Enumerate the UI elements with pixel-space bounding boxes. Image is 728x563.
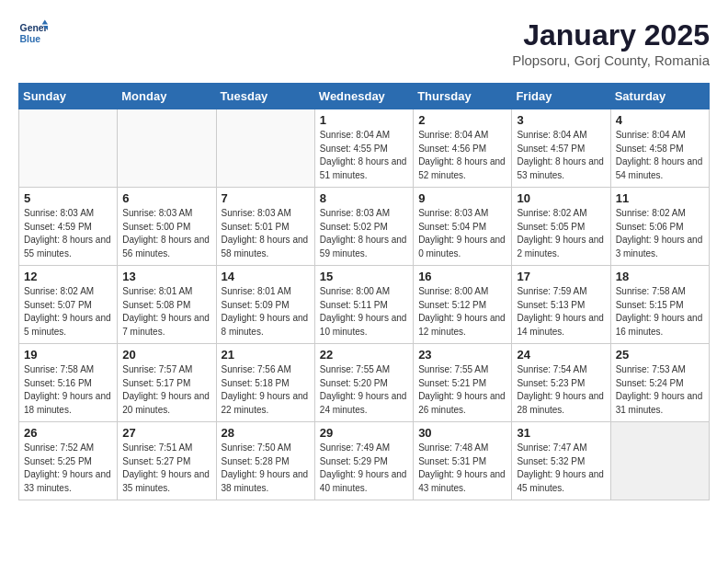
title-block: January 2025 Plopsoru, Gorj County, Roma…: [512, 18, 710, 68]
day-info: Sunrise: 8:02 AM Sunset: 5:05 PM Dayligh…: [517, 207, 605, 260]
day-info: Sunrise: 7:52 AM Sunset: 5:25 PM Dayligh…: [24, 442, 112, 495]
day-info: Sunrise: 7:58 AM Sunset: 5:15 PM Dayligh…: [616, 285, 704, 339]
day-number: 7: [222, 191, 310, 205]
calendar-day-cell: [118, 109, 216, 188]
calendar-day-cell: 10Sunrise: 8:02 AM Sunset: 5:05 PM Dayli…: [512, 188, 610, 266]
day-info: Sunrise: 8:04 AM Sunset: 4:56 PM Dayligh…: [418, 129, 506, 182]
logo: General Blue: [18, 18, 48, 48]
day-info: Sunrise: 8:03 AM Sunset: 5:04 PM Dayligh…: [418, 207, 506, 260]
weekday-header-cell: Monday: [118, 84, 216, 109]
calendar-day-cell: 26Sunrise: 7:52 AM Sunset: 5:25 PM Dayli…: [19, 422, 118, 500]
svg-text:Blue: Blue: [20, 34, 41, 44]
weekday-header-cell: Friday: [512, 84, 610, 109]
day-number: 2: [418, 113, 506, 127]
day-number: 14: [222, 270, 310, 283]
day-number: 5: [24, 191, 112, 205]
calendar-day-cell: 11Sunrise: 8:02 AM Sunset: 5:06 PM Dayli…: [610, 188, 709, 266]
calendar-day-cell: 5Sunrise: 8:03 AM Sunset: 4:59 PM Daylig…: [19, 188, 118, 266]
calendar-day-cell: 23Sunrise: 7:55 AM Sunset: 5:21 PM Dayli…: [414, 344, 512, 422]
calendar-day-cell: 31Sunrise: 7:47 AM Sunset: 5:32 PM Dayli…: [512, 422, 610, 500]
calendar-day-cell: 1Sunrise: 8:04 AM Sunset: 4:55 PM Daylig…: [314, 109, 413, 188]
weekday-header-cell: Sunday: [19, 84, 118, 109]
calendar-day-cell: [19, 109, 118, 188]
day-info: Sunrise: 7:56 AM Sunset: 5:18 PM Dayligh…: [222, 363, 310, 417]
calendar-table: SundayMondayTuesdayWednesdayThursdayFrid…: [18, 83, 710, 500]
calendar-day-cell: 18Sunrise: 7:58 AM Sunset: 5:15 PM Dayli…: [610, 266, 709, 344]
calendar-day-cell: 4Sunrise: 8:04 AM Sunset: 4:58 PM Daylig…: [610, 109, 709, 188]
weekday-header-row: SundayMondayTuesdayWednesdayThursdayFrid…: [19, 84, 710, 109]
calendar-day-cell: 6Sunrise: 8:03 AM Sunset: 5:00 PM Daylig…: [118, 188, 216, 266]
day-number: 13: [122, 270, 210, 283]
day-number: 11: [616, 191, 704, 205]
weekday-header-cell: Saturday: [610, 84, 709, 109]
svg-text:General: General: [20, 23, 48, 33]
calendar-day-cell: 28Sunrise: 7:50 AM Sunset: 5:28 PM Dayli…: [216, 422, 314, 500]
day-info: Sunrise: 8:03 AM Sunset: 5:01 PM Dayligh…: [222, 207, 310, 260]
calendar-day-cell: 12Sunrise: 8:02 AM Sunset: 5:07 PM Dayli…: [19, 266, 118, 344]
day-number: 15: [320, 270, 408, 283]
day-number: 9: [418, 191, 506, 205]
day-info: Sunrise: 7:57 AM Sunset: 5:17 PM Dayligh…: [122, 363, 210, 417]
day-info: Sunrise: 7:49 AM Sunset: 5:29 PM Dayligh…: [320, 442, 408, 495]
calendar-day-cell: 29Sunrise: 7:49 AM Sunset: 5:29 PM Dayli…: [314, 422, 413, 500]
day-number: 1: [320, 113, 408, 127]
day-number: 6: [122, 191, 210, 205]
day-info: Sunrise: 8:04 AM Sunset: 4:55 PM Dayligh…: [320, 129, 408, 182]
day-number: 23: [418, 348, 506, 362]
day-number: 25: [616, 348, 704, 362]
calendar-day-cell: [610, 422, 709, 500]
day-info: Sunrise: 8:00 AM Sunset: 5:12 PM Dayligh…: [418, 285, 506, 339]
day-info: Sunrise: 8:01 AM Sunset: 5:08 PM Dayligh…: [122, 285, 210, 339]
calendar-day-cell: 2Sunrise: 8:04 AM Sunset: 4:56 PM Daylig…: [414, 109, 512, 188]
day-number: 30: [418, 426, 506, 440]
day-info: Sunrise: 7:47 AM Sunset: 5:32 PM Dayligh…: [517, 442, 605, 495]
calendar-day-cell: 13Sunrise: 8:01 AM Sunset: 5:08 PM Dayli…: [118, 266, 216, 344]
day-number: 29: [320, 426, 408, 440]
day-number: 17: [517, 270, 605, 283]
calendar-day-cell: [216, 109, 314, 188]
day-number: 8: [320, 191, 408, 205]
day-number: 27: [122, 426, 210, 440]
day-number: 19: [24, 348, 112, 362]
calendar-body: 1Sunrise: 8:04 AM Sunset: 4:55 PM Daylig…: [19, 109, 710, 500]
day-number: 16: [418, 270, 506, 283]
day-number: 12: [24, 270, 112, 283]
svg-marker-2: [42, 20, 48, 25]
day-number: 31: [517, 426, 605, 440]
calendar-day-cell: 25Sunrise: 7:53 AM Sunset: 5:24 PM Dayli…: [610, 344, 709, 422]
calendar-day-cell: 22Sunrise: 7:55 AM Sunset: 5:20 PM Dayli…: [314, 344, 413, 422]
day-info: Sunrise: 8:00 AM Sunset: 5:11 PM Dayligh…: [320, 285, 408, 339]
day-info: Sunrise: 8:03 AM Sunset: 4:59 PM Dayligh…: [24, 207, 112, 260]
day-info: Sunrise: 7:59 AM Sunset: 5:13 PM Dayligh…: [517, 285, 605, 339]
day-info: Sunrise: 8:02 AM Sunset: 5:06 PM Dayligh…: [616, 207, 704, 260]
day-info: Sunrise: 7:54 AM Sunset: 5:23 PM Dayligh…: [517, 363, 605, 417]
day-info: Sunrise: 8:03 AM Sunset: 5:00 PM Dayligh…: [122, 207, 210, 260]
calendar-week-row: 1Sunrise: 8:04 AM Sunset: 4:55 PM Daylig…: [19, 109, 710, 188]
day-info: Sunrise: 7:55 AM Sunset: 5:21 PM Dayligh…: [418, 363, 506, 417]
day-number: 24: [517, 348, 605, 362]
day-number: 20: [122, 348, 210, 362]
day-number: 3: [517, 113, 605, 127]
calendar-day-cell: 24Sunrise: 7:54 AM Sunset: 5:23 PM Dayli…: [512, 344, 610, 422]
calendar-day-cell: 16Sunrise: 8:00 AM Sunset: 5:12 PM Dayli…: [414, 266, 512, 344]
calendar-day-cell: 19Sunrise: 7:58 AM Sunset: 5:16 PM Dayli…: [19, 344, 118, 422]
calendar-day-cell: 14Sunrise: 8:01 AM Sunset: 5:09 PM Dayli…: [216, 266, 314, 344]
day-info: Sunrise: 8:03 AM Sunset: 5:02 PM Dayligh…: [320, 207, 408, 260]
day-info: Sunrise: 8:04 AM Sunset: 4:57 PM Dayligh…: [517, 129, 605, 182]
day-number: 4: [616, 113, 704, 127]
weekday-header-cell: Thursday: [414, 84, 512, 109]
day-number: 21: [222, 348, 310, 362]
calendar-day-cell: 27Sunrise: 7:51 AM Sunset: 5:27 PM Dayli…: [118, 422, 216, 500]
calendar-week-row: 26Sunrise: 7:52 AM Sunset: 5:25 PM Dayli…: [19, 422, 710, 500]
calendar-day-cell: 20Sunrise: 7:57 AM Sunset: 5:17 PM Dayli…: [118, 344, 216, 422]
calendar-day-cell: 21Sunrise: 7:56 AM Sunset: 5:18 PM Dayli…: [216, 344, 314, 422]
day-info: Sunrise: 7:48 AM Sunset: 5:31 PM Dayligh…: [418, 442, 506, 495]
day-number: 22: [320, 348, 408, 362]
calendar-day-cell: 8Sunrise: 8:03 AM Sunset: 5:02 PM Daylig…: [314, 188, 413, 266]
weekday-header-cell: Wednesday: [314, 84, 413, 109]
day-number: 28: [222, 426, 310, 440]
weekday-header-cell: Tuesday: [216, 84, 314, 109]
day-info: Sunrise: 8:01 AM Sunset: 5:09 PM Dayligh…: [222, 285, 310, 339]
calendar-day-cell: 30Sunrise: 7:48 AM Sunset: 5:31 PM Dayli…: [414, 422, 512, 500]
day-info: Sunrise: 8:02 AM Sunset: 5:07 PM Dayligh…: [24, 285, 112, 339]
